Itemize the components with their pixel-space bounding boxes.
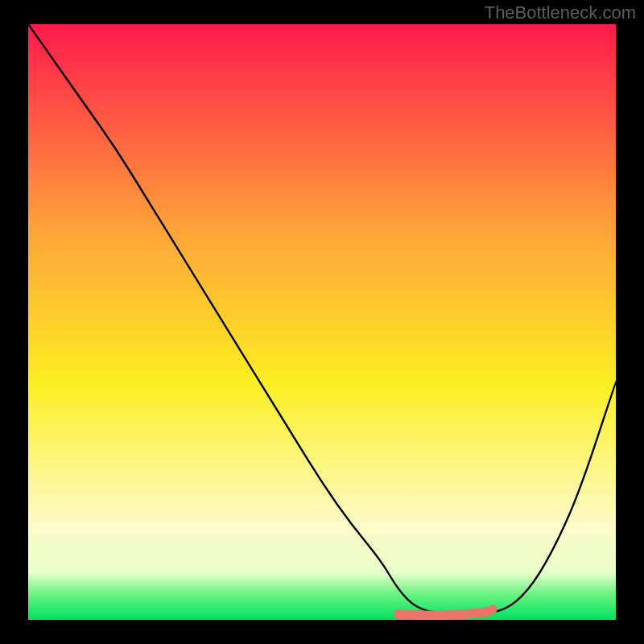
plot-area — [28, 24, 616, 620]
chart-frame: TheBottleneck.com — [0, 0, 644, 644]
gradient-background — [28, 24, 616, 620]
watermark-label: TheBottleneck.com — [485, 2, 636, 23]
optimal-range-end-dot — [488, 605, 497, 614]
chart-svg — [28, 24, 616, 620]
optimal-range-highlight — [398, 612, 488, 615]
